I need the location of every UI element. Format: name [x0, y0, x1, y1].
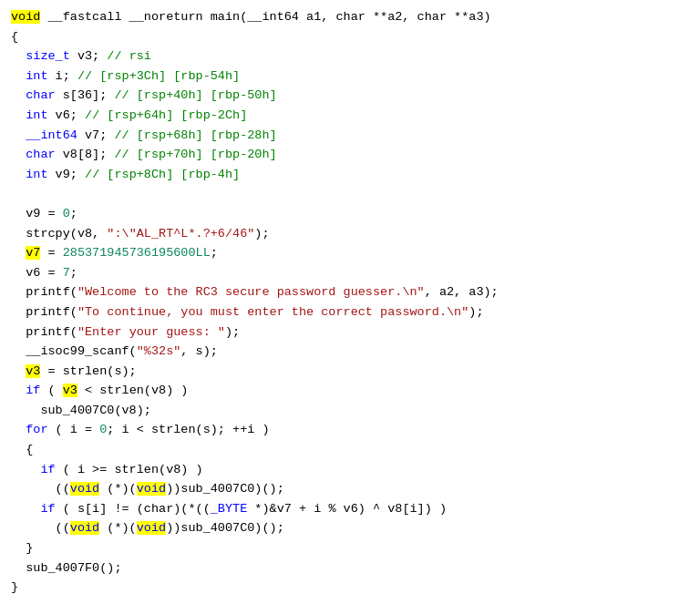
code-line-30: }	[11, 578, 689, 598]
code-line-1: void __fastcall __noreturn main(__int64 …	[11, 7, 689, 27]
code-line-5: char s[36]; // [rsp+40h] [rbp-50h]	[11, 86, 689, 106]
hl-void-2: void	[137, 482, 166, 496]
hl-void-3: void	[70, 521, 99, 535]
code-line-21: sub_4007C0(v8);	[11, 401, 689, 421]
code-line-16: printf("To continue, you must enter the …	[11, 302, 689, 322]
var-v3-ref: v3	[63, 384, 77, 397]
code-line-10	[11, 184, 689, 204]
code-line-22: for ( i = 0; i < strlen(s); ++i )	[11, 420, 689, 440]
code-line-28: }	[11, 538, 689, 558]
code-line-2: {	[11, 27, 689, 47]
code-line-29: sub_4007F0();	[11, 558, 689, 578]
code-line-26: if ( s[i] != (char)(*((_BYTE *)&v7 + i %…	[11, 499, 689, 519]
code-line-20: if ( v3 < strlen(v8) )	[11, 381, 689, 401]
code-line-7: __int64 v7; // [rsp+68h] [rbp-28h]	[11, 126, 689, 146]
code-line-15: printf("Welcome to the RC3 secure passwo…	[11, 282, 689, 302]
code-line-11: v9 = 0;	[11, 204, 689, 224]
var-v7: v7	[26, 246, 40, 260]
hl-void-4: void	[137, 521, 166, 535]
var-v3: v3	[26, 364, 40, 378]
code-line-17: printf("Enter your guess: ");	[11, 322, 689, 343]
code-line-3: size_t v3; // rsi	[11, 46, 689, 67]
code-line-23: {	[11, 440, 689, 460]
code-line-27: ((void (*)(void))sub_4007C0)();	[11, 518, 689, 538]
code-line-19: v3 = strlen(s);	[11, 362, 689, 382]
code-line-25: ((void (*)(void))sub_4007C0)();	[11, 479, 689, 499]
code-line-12: strcpy(v8, ":\"AL_RT^L*.?+6/46");	[11, 224, 689, 244]
code-viewer: void __fastcall __noreturn main(__int64 …	[0, 0, 700, 604]
hl-void-1: void	[70, 482, 99, 496]
code-line-9: int v9; // [rsp+8Ch] [rbp-4h]	[11, 165, 689, 185]
code-line-24: if ( i >= strlen(v8) )	[11, 460, 689, 480]
code-line-6: int v6; // [rsp+64h] [rbp-2Ch]	[11, 106, 689, 126]
code-line-14: v6 = 7;	[11, 263, 689, 283]
keyword-void: void	[11, 10, 40, 24]
code-line-13: v7 = 285371945736195600LL;	[11, 243, 689, 263]
code-line-4: int i; // [rsp+3Ch] [rbp-54h]	[11, 67, 689, 87]
code-line-8: char v8[8]; // [rsp+70h] [rbp-20h]	[11, 145, 689, 165]
code-line-18: __isoc99_scanf("%32s", s);	[11, 342, 689, 362]
